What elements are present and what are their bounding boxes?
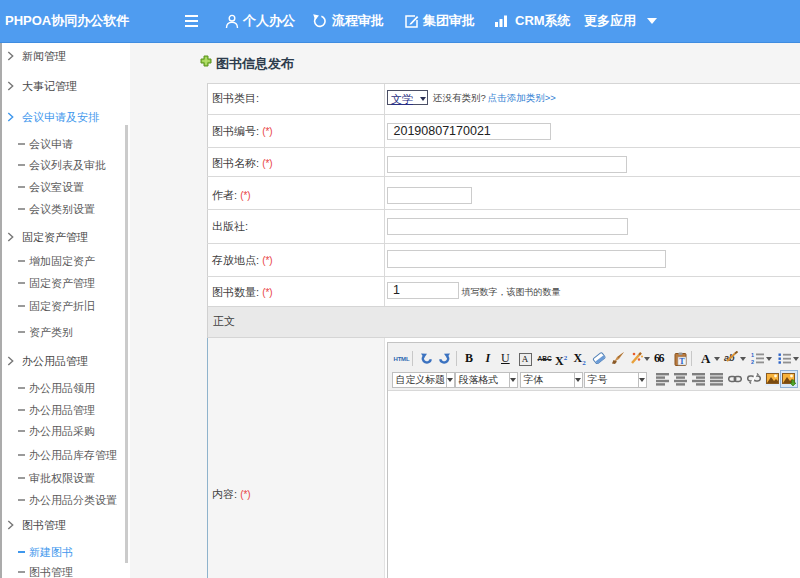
- svg-text:1: 1: [751, 352, 754, 358]
- svg-text:T: T: [679, 357, 685, 366]
- svg-text:2: 2: [751, 359, 754, 365]
